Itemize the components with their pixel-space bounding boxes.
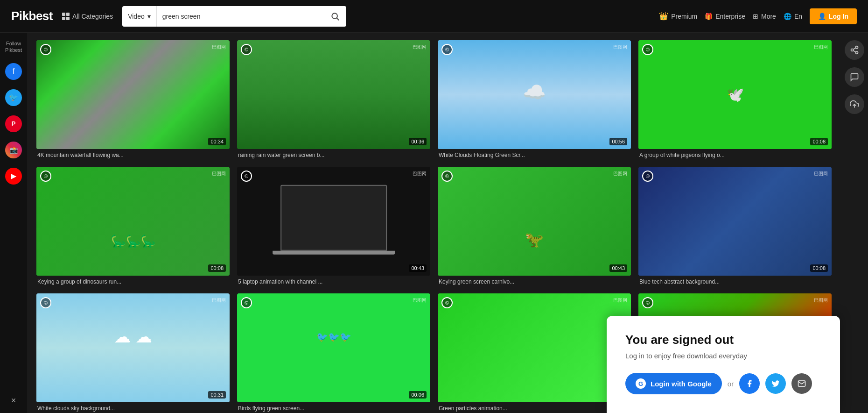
login-facebook-button[interactable] [739,373,760,394]
more-nav-item[interactable]: ⊞ More [753,13,776,20]
source-label: 巴图网 [814,297,828,304]
video-title: Green particles animation... [438,402,631,413]
more-grid-icon: ⊞ [753,13,758,20]
search-type-selector[interactable]: Video ▾ [122,6,157,27]
source-label: 巴图网 [212,297,226,304]
youtube-social-icon[interactable]: ▶ [5,168,22,185]
video-title: A group of white pigeons flying o... [638,149,832,159]
video-thumb-v9: ☁ ☁ © 巴图网 00:31 [36,293,230,402]
copyright-badge: © [40,171,51,182]
grid-icon [62,13,70,20]
video-card-v9[interactable]: ☁ ☁ © 巴图网 00:31 White clouds sky backgro… [36,293,230,413]
video-card-v2[interactable]: © 巴图网 00:36 raining rain water green scr… [237,40,430,159]
svg-point-3 [851,49,854,51]
duration-badge: 00:06 [409,391,427,399]
svg-line-1 [337,18,339,20]
duration-badge: 00:56 [609,138,627,145]
video-card-v10[interactable]: 🐦🐦🐦 © 巴图网 00:06 Birds flying green scree… [237,293,430,413]
video-card-v5[interactable]: 🦕🦕🦕 © 巴图网 00:08 Keying a group of dinosa… [36,167,230,286]
pinterest-social-icon[interactable]: P [5,115,22,132]
video-thumb-v7: 🦖 © 巴图网 00:43 [438,167,631,276]
video-thumb-v11: © 巴图网 00:13 [438,293,631,402]
facebook-social-icon[interactable]: f [5,63,22,80]
video-title: Keying a group of dinosaurs run... [36,276,230,286]
search-input[interactable] [157,13,324,20]
chevron-down-icon: ▾ [147,13,151,20]
login-button[interactable]: 👤 Log In [810,8,857,24]
svg-line-6 [853,48,856,49]
globe-icon: 🌐 [784,13,791,20]
twitter-social-icon[interactable]: 🐦 [5,89,22,106]
search-button[interactable] [324,12,346,21]
copyright-badge: © [441,171,453,182]
video-title: 4K mountain waterfall flowing wa... [36,149,230,159]
video-title: Blue tech abstract background... [638,276,832,286]
email-icon [798,379,806,388]
source-label: 巴图网 [613,297,627,304]
video-title: White Clouds Floating Green Scr... [438,149,631,159]
duration-badge: 00:36 [409,138,427,145]
popup-subtitle: Log in to enjoy free download everyday [625,352,821,360]
share-icon [850,45,859,55]
copyright-badge: © [241,44,252,55]
gift-icon: 🎁 [705,13,713,20]
search-icon [330,12,340,21]
logo[interactable]: Pikbest [11,9,53,23]
or-label: or [728,380,734,388]
source-label: 巴图网 [814,171,828,177]
video-card-v1[interactable]: © 巴图网 00:34 4K mountain waterfall flowin… [36,40,230,159]
copyright-badge: © [40,44,51,55]
video-thumb-v4: 🕊️ © 巴图网 00:08 [638,40,832,149]
upload-button[interactable] [845,94,864,114]
duration-badge: 00:08 [810,138,828,145]
premium-nav-item[interactable]: 👑 Premium [659,12,697,21]
close-sidebar-button[interactable]: × [11,396,16,406]
copyright-badge: © [642,171,653,182]
login-google-button[interactable]: G Login with Google [625,373,722,394]
video-title: White clouds sky background... [36,402,230,413]
login-twitter-button[interactable] [765,373,786,394]
signin-popup: You are signed out Log in to enjoy free … [607,316,840,413]
popup-actions: G Login with Google or [625,373,821,394]
copyright-badge: © [241,171,252,182]
duration-badge: 00:08 [810,264,828,272]
duration-badge: 00:31 [208,391,226,399]
source-label: 巴图网 [613,171,627,177]
instagram-social-icon[interactable]: 📸 [5,142,22,158]
source-label: 巴图网 [413,44,427,50]
video-card-v11[interactable]: © 巴图网 00:13 Green particles animation... [438,293,631,413]
svg-point-2 [856,46,858,49]
duration-badge: 00:43 [609,264,627,272]
video-card-v7[interactable]: 🦖 © 巴图网 00:43 Keying green screen carniv… [438,167,631,286]
video-title: raining rain water green screen b... [237,149,430,159]
twitter-icon [771,379,780,388]
video-thumb-v5: 🦕🦕🦕 © 巴图网 00:08 [36,167,230,276]
upload-icon [850,100,859,109]
video-title: Keying green screen carnivo... [438,276,631,286]
copyright-badge: © [642,44,653,55]
source-label: 巴图网 [212,171,226,177]
language-nav-item[interactable]: 🌐 En [784,13,802,20]
all-categories-button[interactable]: All Categories [62,13,113,20]
copyright-badge: © [441,44,453,55]
share-button[interactable] [845,40,864,60]
video-card-v8[interactable]: © 巴图网 00:08 Blue tech abstract backgroun… [638,167,832,286]
copyright-badge: © [40,297,51,308]
header: Pikbest All Categories Video ▾ 👑 Premium… [0,0,868,33]
svg-point-0 [332,13,337,19]
copyright-badge: © [441,297,453,308]
video-title: 5 laptop animation with channel ... [237,276,430,286]
user-icon: 👤 [818,13,826,20]
source-label: 巴图网 [814,44,828,50]
video-title: Birds flying green screen... [237,402,430,413]
enterprise-nav-item[interactable]: 🎁 Enterprise [705,13,745,20]
source-label: 巴图网 [413,171,427,177]
video-card-v4[interactable]: 🕊️ © 巴图网 00:08 A group of white pigeons … [638,40,832,159]
source-label: 巴图网 [413,297,427,304]
video-card-v6[interactable]: © 巴图网 00:43 5 laptop animation with chan… [237,167,430,286]
source-label: 巴图网 [613,44,627,50]
comment-button[interactable] [845,67,864,87]
video-card-v3[interactable]: ☁️ © 巴图网 00:56 White Clouds Floating Gre… [438,40,631,159]
login-email-button[interactable] [791,373,812,394]
svg-line-5 [853,50,856,52]
